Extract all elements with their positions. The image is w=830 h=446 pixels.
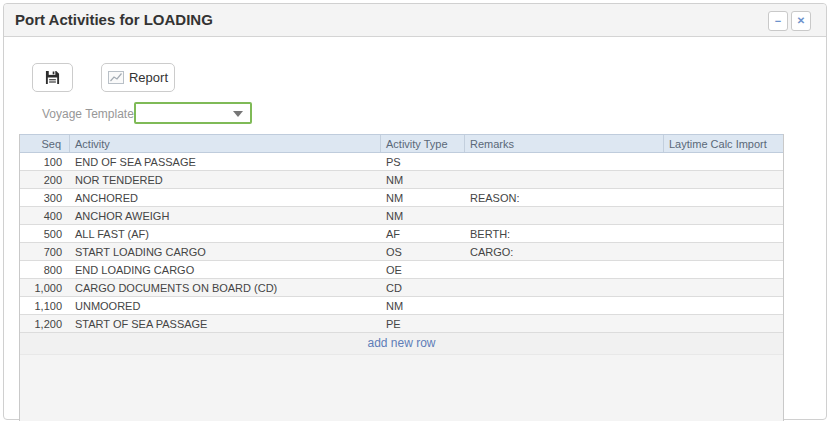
voyage-templates-dropdown[interactable] bbox=[134, 102, 252, 124]
table-row[interactable]: 1,100 UNMOORED NM bbox=[20, 297, 783, 315]
report-button[interactable]: Report bbox=[101, 63, 175, 92]
close-icon: ✕ bbox=[797, 15, 805, 26]
table-row[interactable]: 800 END LOADING CARGO OE bbox=[20, 261, 783, 279]
cell-activity[interactable]: END LOADING CARGO bbox=[70, 261, 381, 278]
cell-seq[interactable]: 800 bbox=[20, 261, 70, 278]
port-activities-dialog: Port Activities for LOADING − ✕ bbox=[3, 3, 827, 420]
dialog-titlebar: Port Activities for LOADING − ✕ bbox=[4, 4, 826, 37]
table-row[interactable]: 400 ANCHOR AWEIGH NM bbox=[20, 207, 783, 225]
cell-activity[interactable]: END OF SEA PASSAGE bbox=[70, 153, 381, 170]
column-header-activity: Activity bbox=[70, 135, 381, 152]
cell-seq[interactable]: 500 bbox=[20, 225, 70, 242]
cell-activity-type[interactable]: CD bbox=[381, 279, 465, 296]
cell-activity[interactable]: CARGO DOCUMENTS ON BOARD (CD) bbox=[70, 279, 381, 296]
cell-activity[interactable]: ANCHOR AWEIGH bbox=[70, 207, 381, 224]
port-activities-grid: Seq Activity Activity Type Remarks Layti… bbox=[19, 134, 784, 421]
table-row[interactable]: 300 ANCHORED NM REASON: bbox=[20, 189, 783, 207]
dialog-title: Port Activities for LOADING bbox=[15, 11, 213, 28]
cell-activity[interactable]: START OF SEA PASSAGE bbox=[70, 315, 381, 332]
cell-activity[interactable]: ANCHORED bbox=[70, 189, 381, 206]
cell-remarks[interactable]: BERTH: bbox=[465, 225, 664, 242]
cell-remarks[interactable] bbox=[465, 171, 664, 188]
page: Port Activities for LOADING − ✕ bbox=[0, 0, 830, 446]
cell-remarks[interactable] bbox=[465, 279, 664, 296]
cell-laytime-calc-import[interactable] bbox=[664, 297, 783, 314]
table-row[interactable]: 1,000 CARGO DOCUMENTS ON BOARD (CD) CD bbox=[20, 279, 783, 297]
cell-laytime-calc-import[interactable] bbox=[664, 261, 783, 278]
cell-activity-type[interactable]: PE bbox=[381, 315, 465, 332]
table-row[interactable]: 1,200 START OF SEA PASSAGE PE bbox=[20, 315, 783, 333]
cell-seq[interactable]: 100 bbox=[20, 153, 70, 170]
report-chart-icon bbox=[108, 71, 124, 84]
cell-remarks[interactable]: CARGO: bbox=[465, 243, 664, 260]
table-row[interactable]: 700 START LOADING CARGO OS CARGO: bbox=[20, 243, 783, 261]
cell-activity-type[interactable]: NM bbox=[381, 297, 465, 314]
cell-laytime-calc-import[interactable] bbox=[664, 189, 783, 206]
cell-remarks[interactable]: REASON: bbox=[465, 189, 664, 206]
voyage-templates-label: Voyage Templates bbox=[42, 107, 140, 121]
save-icon bbox=[45, 70, 60, 85]
cell-seq[interactable]: 1,200 bbox=[20, 315, 70, 332]
cell-activity-type[interactable]: NM bbox=[381, 207, 465, 224]
cell-remarks[interactable] bbox=[465, 261, 664, 278]
cell-seq[interactable]: 300 bbox=[20, 189, 70, 206]
cell-laytime-calc-import[interactable] bbox=[664, 279, 783, 296]
caret-down-icon bbox=[233, 111, 243, 117]
cell-seq[interactable]: 200 bbox=[20, 171, 70, 188]
save-button[interactable] bbox=[32, 63, 73, 92]
column-header-laytime-calc-import: Laytime Calc Import bbox=[664, 135, 783, 152]
cell-laytime-calc-import[interactable] bbox=[664, 315, 783, 332]
minimize-button[interactable]: − bbox=[768, 11, 788, 31]
cell-activity[interactable]: UNMOORED bbox=[70, 297, 381, 314]
cell-laytime-calc-import[interactable] bbox=[664, 207, 783, 224]
cell-laytime-calc-import[interactable] bbox=[664, 171, 783, 188]
cell-activity-type[interactable]: PS bbox=[381, 153, 465, 170]
cell-activity[interactable]: ALL FAST (AF) bbox=[70, 225, 381, 242]
table-row[interactable]: 200 NOR TENDERED NM bbox=[20, 171, 783, 189]
cell-seq[interactable]: 1,100 bbox=[20, 297, 70, 314]
add-new-row-bar: add new row bbox=[20, 333, 783, 355]
cell-activity-type[interactable]: NM bbox=[381, 171, 465, 188]
column-header-seq: Seq bbox=[20, 135, 70, 152]
cell-laytime-calc-import[interactable] bbox=[664, 225, 783, 242]
cell-seq[interactable]: 700 bbox=[20, 243, 70, 260]
table-row[interactable]: 100 END OF SEA PASSAGE PS bbox=[20, 153, 783, 171]
report-button-label: Report bbox=[129, 70, 168, 85]
cell-activity-type[interactable]: OE bbox=[381, 261, 465, 278]
cell-laytime-calc-import[interactable] bbox=[664, 243, 783, 260]
cell-remarks[interactable] bbox=[465, 207, 664, 224]
cell-remarks[interactable] bbox=[465, 153, 664, 170]
cell-remarks[interactable] bbox=[465, 297, 664, 314]
cell-activity-type[interactable]: NM bbox=[381, 189, 465, 206]
cell-laytime-calc-import[interactable] bbox=[664, 153, 783, 170]
cell-activity[interactable]: START LOADING CARGO bbox=[70, 243, 381, 260]
cell-activity-type[interactable]: AF bbox=[381, 225, 465, 242]
minimize-icon: − bbox=[775, 15, 781, 27]
grid-empty-area bbox=[20, 355, 783, 421]
cell-seq[interactable]: 1,000 bbox=[20, 279, 70, 296]
cell-activity-type[interactable]: OS bbox=[381, 243, 465, 260]
cell-activity[interactable]: NOR TENDERED bbox=[70, 171, 381, 188]
cell-remarks[interactable] bbox=[465, 315, 664, 332]
column-header-activity-type: Activity Type bbox=[381, 135, 465, 152]
table-row[interactable]: 500 ALL FAST (AF) AF BERTH: bbox=[20, 225, 783, 243]
grid-header-row: Seq Activity Activity Type Remarks Layti… bbox=[20, 134, 783, 153]
cell-seq[interactable]: 400 bbox=[20, 207, 70, 224]
add-new-row-link[interactable]: add new row bbox=[367, 336, 435, 350]
column-header-remarks: Remarks bbox=[465, 135, 664, 152]
close-button[interactable]: ✕ bbox=[791, 11, 811, 31]
